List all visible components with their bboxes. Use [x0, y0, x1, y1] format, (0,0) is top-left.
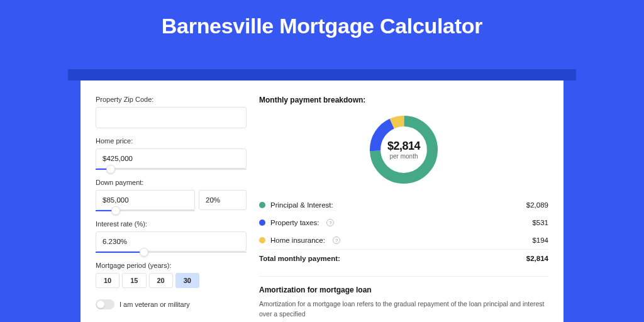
period-button-30[interactable]: 30: [175, 273, 199, 288]
legend: Principal & Interest:$2,089Property taxe…: [259, 196, 548, 249]
period-button-15[interactable]: 15: [122, 273, 146, 288]
slider-thumb[interactable]: [106, 165, 115, 174]
home-price-slider[interactable]: [96, 169, 247, 170]
legend-dot: [259, 219, 265, 226]
down-payment-group: Down payment:: [96, 179, 247, 211]
zip-group: Property Zip Code:: [96, 96, 247, 128]
legend-total-row: Total monthly payment: $2,814: [259, 249, 548, 267]
legend-key: Property taxes:: [270, 219, 319, 226]
donut-sub: per month: [389, 153, 418, 160]
help-icon[interactable]: ?: [333, 236, 340, 244]
legend-row: Home insurance:?$194: [259, 231, 548, 249]
home-price-label: Home price:: [96, 137, 247, 145]
down-payment-percent-input[interactable]: [199, 190, 247, 210]
down-payment-amount-input[interactable]: [96, 190, 195, 210]
slider-thumb[interactable]: [140, 248, 148, 257]
donut-center: $2,814 per month: [366, 112, 441, 187]
home-price-input[interactable]: [96, 148, 247, 169]
amortization-text: Amortization for a mortgage loan refers …: [259, 299, 548, 319]
inputs-column: Property Zip Code: Home price: Down paym…: [96, 96, 247, 322]
amortization-panel: Amortization for mortgage loan Amortizat…: [259, 276, 548, 319]
legend-row: Property taxes:?$531: [259, 214, 548, 231]
donut-value: $2,814: [387, 140, 420, 153]
header-strip: [68, 69, 576, 80]
interest-group: Interest rate (%):: [96, 220, 247, 253]
results-column: Monthly payment breakdown: $2,814 per mo…: [259, 96, 548, 322]
legend-key: Principal & Interest:: [270, 201, 333, 209]
amortization-title: Amortization for mortgage loan: [259, 286, 548, 294]
legend-dot: [259, 237, 265, 243]
interest-label: Interest rate (%):: [96, 220, 247, 228]
breakdown-title: Monthly payment breakdown:: [259, 96, 548, 104]
legend-value: $194: [532, 236, 548, 244]
veteran-toggle[interactable]: [96, 299, 114, 309]
help-icon[interactable]: ?: [326, 219, 334, 226]
period-group: Mortgage period (years): 10152030: [96, 262, 247, 288]
down-payment-label: Down payment:: [96, 179, 247, 186]
legend-value: $531: [532, 219, 548, 226]
period-label: Mortgage period (years):: [96, 262, 247, 269]
period-button-10[interactable]: 10: [96, 273, 119, 288]
home-price-group: Home price:: [96, 137, 247, 170]
page-title: Barnesville Mortgage Calculator: [0, 0, 644, 50]
legend-key: Home insurance:: [270, 236, 325, 244]
legend-dot: [259, 202, 265, 208]
zip-input[interactable]: [96, 107, 247, 128]
down-payment-slider[interactable]: [96, 210, 195, 211]
total-value: $2,814: [526, 255, 548, 262]
zip-label: Property Zip Code:: [96, 96, 247, 103]
veteran-label: I am veteran or military: [119, 301, 190, 308]
veteran-row: I am veteran or military: [96, 299, 247, 309]
interest-input[interactable]: [96, 231, 247, 252]
legend-row: Principal & Interest:$2,089: [259, 196, 548, 214]
legend-value: $2,089: [526, 201, 548, 209]
breakdown-panel: Monthly payment breakdown: $2,814 per mo…: [259, 96, 548, 267]
donut-chart: $2,814 per month: [366, 112, 441, 187]
calculator-card: Property Zip Code: Home price: Down paym…: [80, 80, 564, 322]
donut-wrap: $2,814 per month: [259, 108, 548, 196]
slider-thumb[interactable]: [111, 206, 120, 215]
period-button-20[interactable]: 20: [149, 273, 173, 288]
total-key: Total monthly payment:: [259, 255, 340, 262]
interest-slider[interactable]: [96, 252, 247, 253]
